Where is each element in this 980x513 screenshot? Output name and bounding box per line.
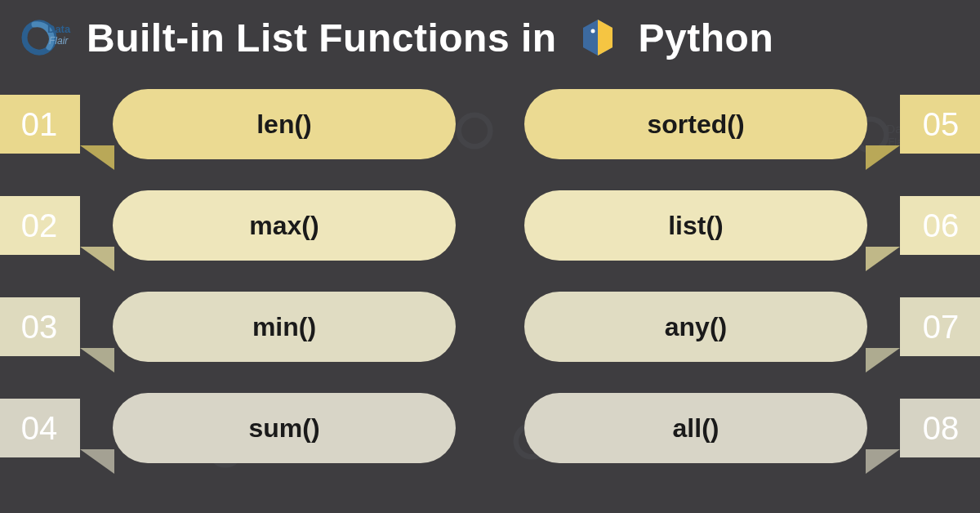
pill-container: any() bbox=[506, 286, 900, 368]
pill-container: max() bbox=[80, 185, 474, 266]
pill-container: min() bbox=[80, 286, 474, 368]
svg-marker-7 bbox=[80, 348, 114, 372]
fold-decoration bbox=[866, 247, 900, 271]
pill-container: list() bbox=[506, 185, 900, 266]
item-all: all() 08 bbox=[506, 387, 980, 469]
function-pill: min() bbox=[113, 292, 456, 362]
fold-decoration bbox=[80, 449, 114, 474]
svg-marker-4 bbox=[866, 145, 900, 170]
number-badge: 07 bbox=[900, 297, 980, 356]
svg-marker-8 bbox=[866, 348, 900, 372]
item-max: 02 max() bbox=[0, 185, 474, 266]
item-sorted: sorted() 05 bbox=[506, 83, 980, 165]
function-pill: len() bbox=[113, 89, 456, 159]
header: Data Flair Built-in List Functions in Py… bbox=[0, 0, 980, 69]
svg-marker-10 bbox=[866, 449, 900, 474]
dataflair-logo-icon: Data Flair bbox=[16, 15, 74, 60]
fold-decoration bbox=[80, 348, 114, 372]
item-min: 03 min() bbox=[0, 286, 474, 368]
pill-container: len() bbox=[80, 83, 474, 165]
svg-point-2 bbox=[590, 29, 595, 33]
pill-container: sorted() bbox=[506, 83, 900, 165]
svg-marker-6 bbox=[866, 247, 900, 271]
fold-decoration bbox=[80, 247, 114, 271]
number-badge: 02 bbox=[0, 196, 80, 255]
number-badge: 06 bbox=[900, 196, 980, 255]
item-any: any() 07 bbox=[506, 286, 980, 368]
number-badge: 08 bbox=[900, 399, 980, 457]
svg-text:Flair: Flair bbox=[49, 35, 69, 47]
fold-decoration bbox=[866, 348, 900, 372]
function-pill: list() bbox=[524, 190, 867, 261]
svg-marker-3 bbox=[80, 145, 114, 170]
function-pill: max() bbox=[113, 190, 456, 261]
fold-decoration bbox=[866, 449, 900, 474]
svg-marker-9 bbox=[80, 449, 114, 474]
number-badge: 01 bbox=[0, 95, 80, 154]
number-badge: 03 bbox=[0, 297, 80, 356]
item-sum: 04 sum() bbox=[0, 387, 474, 469]
item-list: list() 06 bbox=[506, 185, 980, 266]
function-pill: sum() bbox=[113, 393, 456, 463]
title-part1: Built-in List Functions in bbox=[87, 16, 557, 60]
fold-decoration bbox=[80, 145, 114, 170]
function-pill: sorted() bbox=[524, 89, 867, 159]
fold-decoration bbox=[866, 145, 900, 170]
pill-container: sum() bbox=[80, 387, 474, 469]
python-logo-icon bbox=[577, 16, 619, 59]
number-badge: 04 bbox=[0, 399, 80, 457]
pill-container: all() bbox=[506, 387, 900, 469]
function-pill: all() bbox=[524, 393, 867, 463]
item-len: 01 len() bbox=[0, 83, 474, 165]
svg-marker-5 bbox=[80, 247, 114, 271]
svg-text:Data: Data bbox=[47, 23, 71, 35]
number-badge: 05 bbox=[900, 95, 980, 154]
title-part2: Python bbox=[639, 16, 774, 60]
function-grid: 01 len() sorted() 05 02 max() list() 06 … bbox=[0, 69, 980, 469]
function-pill: any() bbox=[524, 292, 867, 362]
